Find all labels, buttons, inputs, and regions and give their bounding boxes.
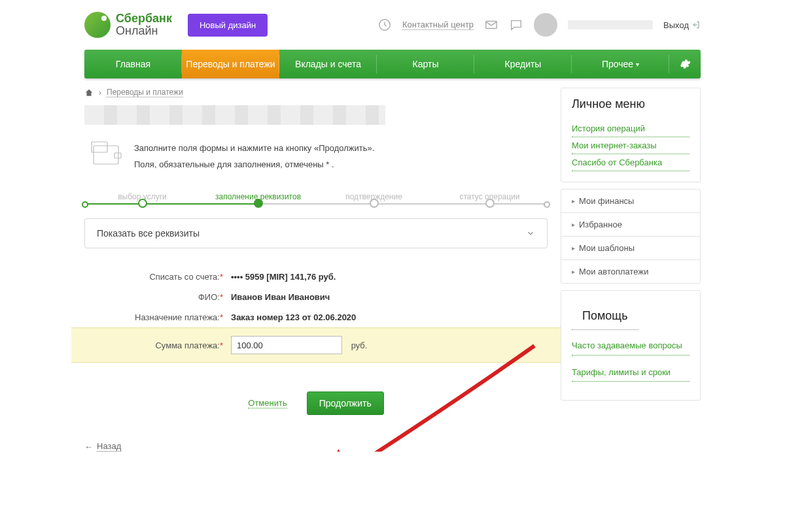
account-value: •••• 5959 [MIR] 141,76 руб. [223,272,548,282]
row-account: Списать со счета:* •••• 5959 [MIR] 141,7… [84,267,548,287]
wallet-icon [91,141,122,167]
avatar[interactable] [534,13,557,37]
content: › Переводы и платежи Заполните поля форм… [84,88,548,452]
intro-line-1: Заполните поля формы и нажмите на кнопку… [134,141,374,157]
amount-currency-suffix: руб. [351,341,368,350]
sidebar-item-favorites[interactable]: Избранное [561,212,700,236]
header-right: Контактный центр Выход [377,13,701,37]
mail-icon[interactable] [484,18,498,32]
clock-icon [377,18,392,32]
step-details[interactable]: заполнение реквизитов [200,192,316,201]
help-link-faq[interactable]: Часто задаваемые вопросы [572,337,689,356]
sidebar-accordion: Мои финансы Избранное Мои шаблоны Мои ав… [561,189,701,284]
nav-settings[interactable] [669,50,701,78]
header: СбербанкОнлайн Новый дизайн Контактный ц… [84,0,701,50]
back-link[interactable]: ← Назад [84,441,121,452]
logo-icon [84,12,111,38]
step-status[interactable]: статус операции [432,192,548,201]
sidebar-link-orders[interactable]: Мои интернет-заказы [572,137,689,154]
sidebar: Личное меню История операций Мои интерне… [561,88,701,407]
help-link-tariffs[interactable]: Тарифы, лимиты и сроки [572,363,689,382]
nav-deposits[interactable]: Вклады и счета [279,50,377,78]
logo[interactable]: СбербанкОнлайн [84,12,172,38]
gear-icon [679,58,691,70]
page-title-placeholder [84,105,385,125]
purpose-value: Заказ номер 123 от 02.06.2020 [223,312,548,322]
step-service[interactable]: выбор услуги [84,192,200,201]
cancel-button[interactable]: Отменить [248,398,287,408]
arrow-left-icon: ← [84,442,93,452]
intro-block: Заполните поля формы и нажмите на кнопку… [84,141,548,173]
breadcrumb-payments[interactable]: Переводы и платежи [107,88,183,97]
personal-menu-title: Личное меню [561,88,700,118]
row-fio: ФИО:* Иванов Иван Иванович [84,287,548,307]
chevron-down-icon [526,229,535,238]
breadcrumb-sep: › [99,88,101,97]
sidebar-item-templates[interactable]: Мои шаблоны [561,236,700,259]
step-confirm[interactable]: подтверждение [316,192,432,201]
svg-rect-3 [92,142,107,152]
nav-home[interactable]: Главная [84,50,182,78]
chevron-down-icon: ▾ [636,61,639,68]
main-nav: Главная Переводы и платежи Вклады и счет… [84,50,701,78]
help-title: Помощь [572,300,638,330]
expand-label: Показать все реквизиты [97,228,200,239]
nav-credits[interactable]: Кредиты [474,50,572,78]
user-name-placeholder [568,20,653,29]
svg-rect-1 [486,22,497,29]
home-icon[interactable] [84,88,94,97]
contact-center-link[interactable]: Контактный центр [402,20,474,30]
show-all-details-toggle[interactable]: Показать все реквизиты [84,218,548,248]
nav-more[interactable]: Прочее▾ [572,50,669,78]
chat-icon[interactable] [509,18,523,32]
logout-link[interactable]: Выход [663,20,701,30]
sidebar-link-history[interactable]: История операций [572,120,689,137]
svg-rect-4 [114,153,121,158]
row-purpose: Назначение платежа:* Заказ номер 123 от … [84,307,548,327]
help-box: Помощь Часто задаваемые вопросы Тарифы, … [561,290,701,401]
sidebar-link-spasibo[interactable]: Спасибо от Сбербанка [572,154,689,171]
logout-icon [691,20,701,29]
nav-cards[interactable]: Карты [377,50,474,78]
amount-input[interactable] [231,336,342,354]
nav-payments[interactable]: Переводы и платежи [182,50,279,78]
row-amount: Сумма платежа:* руб. [71,327,561,363]
form-actions: Отменить Продолжить [84,391,548,415]
personal-menu-box: Личное меню История операций Мои интерне… [561,88,701,182]
intro-line-2: Поля, обязательные для заполнения, отмеч… [134,157,374,173]
continue-button[interactable]: Продолжить [307,391,384,415]
sidebar-item-autopay[interactable]: Мои автоплатежи [561,259,700,283]
logo-text: СбербанкОнлайн [116,12,172,37]
breadcrumb: › Переводы и платежи [84,88,548,97]
new-design-button[interactable]: Новый дизайн [188,14,268,37]
progress-stepper: выбор услуги заполнение реквизитов подтв… [84,192,548,201]
sidebar-item-finances[interactable]: Мои финансы [561,190,700,212]
fio-value: Иванов Иван Иванович [223,292,548,302]
